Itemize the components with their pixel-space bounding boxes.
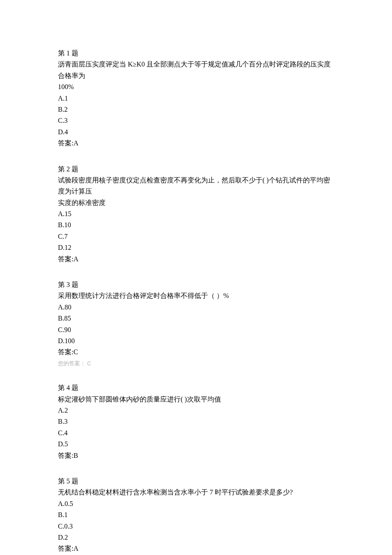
- answer: 答案:C: [58, 347, 334, 358]
- question-stem-line: 无机结合料稳定材料进行含水率检测当含水率小于 7 时平行试验差要求是多少?: [58, 487, 334, 498]
- question-3: 第 3 题 采用数理统计方法进行合格评定时合格率不得低于（ ）% A.80 B.…: [58, 279, 334, 368]
- option-c: C.0.3: [58, 521, 334, 532]
- option-d: D.4: [58, 127, 334, 138]
- question-stem-line: 沥青面层压实度评定当 K≥K0 且全部测点大于等于规定值减几个百分点时评定路段的…: [58, 59, 334, 81]
- option-b: B.2: [58, 104, 334, 115]
- option-c: C.4: [58, 428, 334, 439]
- question-stem-line: 试验段密度用核子密度仪定点检查密度不再变化为止，然后取不少于( )个钻孔试件的平…: [58, 175, 334, 197]
- question-header: 第 5 题: [58, 476, 334, 487]
- option-d: D.2: [58, 532, 334, 543]
- question-1: 第 1 题 沥青面层压实度评定当 K≥K0 且全部测点大于等于规定值减几个百分点…: [58, 48, 334, 149]
- option-b: B.3: [58, 416, 334, 427]
- question-stem-line: 100%: [58, 81, 334, 92]
- option-b: B.1: [58, 509, 334, 520]
- question-5: 第 5 题 无机结合料稳定材料进行含水率检测当含水率小于 7 时平行试验差要求是…: [58, 476, 334, 555]
- option-a: A.80: [58, 302, 334, 313]
- answer: 答案:A: [58, 254, 334, 265]
- question-header: 第 2 题: [58, 164, 334, 175]
- option-d: D.5: [58, 439, 334, 450]
- option-c: C.90: [58, 324, 334, 335]
- question-stem-line: 标定灌砂筒下部圆锥体内砂的质量应进行( )次取平均值: [58, 394, 334, 405]
- option-a: A.15: [58, 208, 334, 220]
- option-a: A.0.5: [58, 498, 334, 509]
- question-stem-line: 采用数理统计方法进行合格评定时合格率不得低于（ ）%: [58, 290, 334, 301]
- option-a: A.2: [58, 405, 334, 416]
- option-c: C.7: [58, 231, 334, 242]
- user-answer: 您的答案： C: [58, 359, 334, 368]
- option-c: C.3: [58, 115, 334, 126]
- question-header: 第 4 题: [58, 382, 334, 393]
- answer: 答案:B: [58, 450, 334, 461]
- answer: 答案:A: [58, 543, 334, 554]
- option-d: D.12: [58, 242, 334, 253]
- question-2: 第 2 题 试验段密度用核子密度仪定点检查密度不再变化为止，然后取不少于( )个…: [58, 164, 334, 265]
- option-b: B.10: [58, 220, 334, 231]
- answer: 答案:A: [58, 138, 334, 149]
- question-header: 第 1 题: [58, 48, 334, 59]
- document-page: 第 1 题 沥青面层压实度评定当 K≥K0 且全部测点大于等于规定值减几个百分点…: [0, 0, 392, 555]
- option-a: A.1: [58, 93, 334, 104]
- question-header: 第 3 题: [58, 279, 334, 290]
- question-4: 第 4 题 标定灌砂筒下部圆锥体内砂的质量应进行( )次取平均值 A.2 B.3…: [58, 382, 334, 461]
- option-b: B.85: [58, 313, 334, 324]
- option-d: D.100: [58, 335, 334, 347]
- question-stem-line: 实度的标准密度: [58, 197, 334, 208]
